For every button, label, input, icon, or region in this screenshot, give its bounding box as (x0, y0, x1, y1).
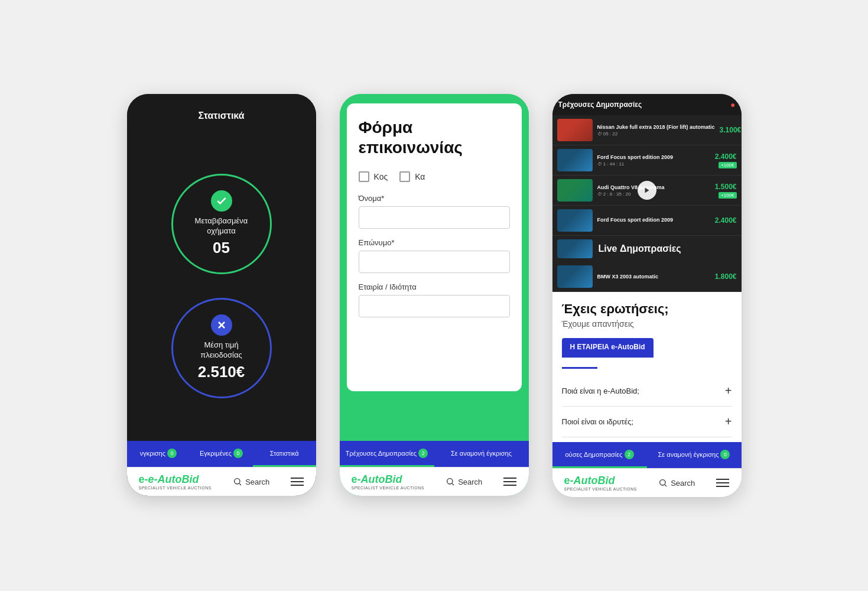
nav-tab-pending1[interactable]: νγκρισης 0 (127, 441, 190, 467)
faq-tab-company[interactable]: Η ΕΤΑΙΡΕΙΑ e-AutoBid (562, 338, 654, 358)
auction-list: Nissan Juke full extra 2018 (Fior lift) … (552, 115, 742, 292)
badge-live3: 2 (625, 450, 634, 459)
avg-bid-value: 2.510€ (198, 363, 245, 381)
live-label-row: Live Δημοπρασίες (552, 236, 742, 262)
car-info-5: BMW X3 2003 automatic (597, 274, 710, 280)
search-icon2 (446, 477, 455, 486)
menu-icon2[interactable] (503, 478, 516, 486)
faq-item-1[interactable]: Ποιά είναι η e-AutoBid; + (562, 376, 732, 407)
faq-body: Έχεις ερωτήσεις; Έχουμε απαντήσεις Η ΕΤΑ… (552, 292, 742, 442)
close-button[interactable]: ● (730, 100, 735, 109)
svg-line-5 (452, 483, 454, 485)
car-price-5: 1.800€ (715, 272, 737, 281)
surname-label: Επώνυμο* (359, 238, 510, 247)
car-price-2: 2.400€ (715, 152, 737, 161)
svg-point-2 (235, 479, 240, 484)
faq-item-2[interactable]: Ποιοί είναι οι ιδρυτές; + (562, 407, 732, 437)
car-img-4 (557, 209, 593, 232)
svg-marker-6 (645, 188, 649, 193)
car-name-2: Ford Focus sport edition 2009 (597, 154, 710, 160)
surname-field-group: Επώνυμο* (359, 238, 510, 273)
live-auctions-label: Live Δημοπρασίες (599, 243, 681, 254)
badge-auctions2: 2 (418, 449, 428, 458)
car-img-3 (557, 179, 593, 202)
avg-bid-label: Μέση τιμήπλειοδοσίας (200, 340, 242, 361)
tab-underline (562, 367, 597, 369)
name-field-group: Όνομα* (359, 194, 510, 229)
bid-change-3: +100€ (719, 192, 736, 199)
car-price-4: 2.400€ (715, 216, 737, 225)
gender-female[interactable]: Κα (399, 171, 425, 182)
company-input[interactable] (359, 295, 510, 317)
gender-male[interactable]: Κος (359, 171, 388, 182)
male-checkbox[interactable] (359, 171, 369, 182)
logo3: e-AutoBid SPECIALIST VEHICLE AUCTIONS (564, 475, 637, 491)
badge-pending1: 0 (167, 449, 177, 458)
faq-question-1: Ποιά είναι η e-AutoBid; (562, 387, 639, 395)
faq-tabs: Η ΕΤΑΙΡΕΙΑ e-AutoBid (562, 338, 732, 358)
form-title: Φόρμα επικοινωνίας (359, 118, 510, 157)
car-name-4: Ford Focus sport edition 2009 (597, 217, 710, 223)
car-info-2: Ford Focus sport edition 2009 ⏱ 1 : 44 :… (597, 154, 710, 167)
search-icon (233, 477, 242, 486)
badge-pending3: 0 (720, 450, 730, 459)
faq-sub: Έχουμε απαντήσεις (562, 319, 732, 329)
car-price-1: 3.100€ (720, 126, 742, 134)
car-price-col-3: 1.500€ +100€ (715, 183, 737, 199)
search-button3[interactable]: Search (658, 478, 695, 488)
auction-item-4[interactable]: Ford Focus sport edition 2009 2.400€ (552, 206, 742, 236)
auction-banner: Τρέχουσες Δημοπρασίες ● Nissan Juke full… (552, 94, 742, 292)
nav-tab-current-auctions[interactable]: Τρέχουσες Δημοπρασίες 2 (340, 441, 434, 467)
nav-tab-pending3[interactable]: Σε αναμονή έγκρισης 0 (647, 442, 742, 468)
auction-item-3[interactable]: Audi Quattro V8 panorama ⏱ 2 : 8 : 35 : … (552, 176, 742, 206)
auction-header-title: Τρέχουσες Δημοπρασίες (558, 100, 642, 109)
car-name-5: BMW X3 2003 automatic (597, 274, 710, 280)
phones-container: Στατιστικά Μεταβιβασμέναοχήματα 05 (127, 94, 742, 497)
auction-item-2[interactable]: Ford Focus sport edition 2009 ⏱ 1 : 44 :… (552, 145, 742, 176)
transferred-label: Μεταβιβασμέναοχήματα (195, 216, 248, 236)
faq-plus-1[interactable]: + (725, 384, 732, 398)
name-input[interactable] (359, 206, 510, 229)
transferred-value: 05 (213, 239, 230, 257)
car-price-col-5: 1.800€ (715, 272, 737, 281)
badge-approved: 0 (233, 449, 243, 458)
phone3-footer: e-AutoBid SPECIALIST VEHICLE AUCTIONS Se… (552, 468, 742, 497)
car-price-col-1: 3.100€ (720, 126, 742, 134)
car-timer-2: ⏱ 1 : 44 : 11 (597, 161, 710, 167)
phone1-bottom-nav: νγκρισης 0 Εγκριμένες 0 Στατιστικά (127, 441, 316, 467)
search-button[interactable]: Search (233, 477, 269, 486)
name-label: Όνομα* (359, 194, 510, 203)
nav-tab-pending2[interactable]: Σε αναμονή έγκρισης (434, 441, 529, 467)
phone2-bottom-nav: Τρέχουσες Δημοπρασίες 2 Σε αναμονή έγκρι… (340, 441, 529, 467)
female-checkbox[interactable] (399, 171, 410, 182)
phone-statistics: Στατιστικά Μεταβιβασμέναοχήματα 05 (127, 94, 316, 496)
stats-title: Στατιστικά (198, 111, 244, 121)
car-img-5 (557, 239, 593, 258)
car-price-col-2: 2.400€ +100€ (715, 152, 737, 168)
logo: e-e-AutoBid SPECIALIST VEHICLE AUCTIONS (139, 473, 212, 490)
faq-heading: Έχεις ερωτήσεις; (562, 301, 732, 317)
company-field-group: Εταιρία / Ιδιότητα (359, 282, 510, 317)
bid-change-2: +100€ (719, 162, 736, 168)
svg-point-4 (447, 479, 453, 484)
auction-item-1[interactable]: Nissan Juke full extra 2018 (Fior lift) … (552, 115, 742, 145)
svg-line-3 (239, 483, 241, 485)
check-icon (211, 190, 232, 212)
car-price-col-4: 2.400€ (715, 216, 737, 225)
search-button2[interactable]: Search (446, 477, 482, 486)
faq-plus-2[interactable]: + (725, 415, 732, 428)
car-name-1: Nissan Juke full extra 2018 (Fior lift) … (597, 124, 715, 130)
menu-icon[interactable] (291, 478, 304, 486)
nav-tab-statistics[interactable]: Στατιστικά (253, 441, 316, 467)
nav-tab-live3[interactable]: ούσες Δημοπρασίες 2 (552, 442, 647, 468)
faq-question-2: Ποιοί είναι οι ιδρυτές; (562, 417, 634, 426)
gender-row: Κος Κα (359, 171, 510, 182)
phone3-bottom-nav: ούσες Δημοπρασίες 2 Σε αναμονή έγκρισης … (552, 442, 742, 468)
close-icon (211, 314, 232, 336)
play-button[interactable] (638, 181, 656, 200)
menu-icon3[interactable] (716, 479, 729, 487)
svg-point-7 (660, 480, 665, 485)
auction-item-5[interactable]: BMW X3 2003 automatic 1.800€ (552, 262, 742, 292)
surname-input[interactable] (359, 251, 510, 273)
nav-tab-approved[interactable]: Εγκριμένες 0 (190, 441, 253, 467)
